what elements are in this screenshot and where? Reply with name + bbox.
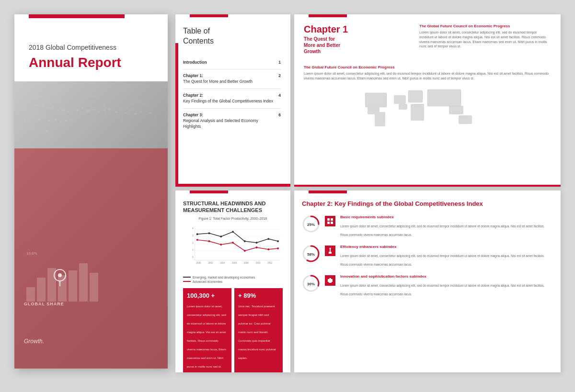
svg-rect-33 — [65, 120, 67, 122]
svg-rect-15 — [86, 110, 90, 112]
subindex-text-3: Innovation and sophistication factors su… — [340, 274, 553, 297]
chapter1-right-text: Lorem ipsum dolor sit amet, consectetur … — [419, 30, 551, 49]
svg-point-95 — [267, 248, 269, 250]
svg-rect-115 — [329, 278, 331, 279]
svg-rect-10 — [62, 109, 65, 111]
svg-rect-27 — [149, 112, 151, 113]
svg-rect-24 — [134, 113, 137, 115]
stat-box-2: + 89% Urna nec. Tincidunt praesent sempe… — [234, 288, 283, 372]
chapter2-content: Chapter 2: Key Findings of the Global Co… — [294, 190, 561, 314]
svg-rect-59 — [399, 104, 407, 110]
stats-row: 100,300 + Lorem ipsum dolor sit amet, co… — [183, 288, 283, 372]
chapter1-section2-title: The Global Future Council on Economic Pr… — [304, 65, 551, 69]
svg-rect-13 — [77, 109, 79, 111]
chapter1-panel: Chapter 1 The Quest for More and Better … — [294, 14, 561, 187]
svg-rect-53 — [408, 90, 423, 102]
svg-point-93 — [244, 250, 246, 252]
legend-item-advanced: Advanced economies — [183, 280, 283, 283]
svg-rect-18 — [103, 110, 105, 112]
svg-text:2012: 2012 — [267, 261, 272, 264]
svg-rect-6 — [42, 105, 44, 107]
subindex-item-1: 25% Basic requirements subindex — [302, 215, 553, 238]
stat2-number: + 89% — [238, 292, 279, 299]
toc-intro-num: 1 — [278, 60, 281, 65]
chapter2-panel: Chapter 2: Key Findings of the Global Co… — [294, 190, 561, 372]
svg-rect-39 — [26, 287, 35, 302]
progress-circle-2: 58% — [302, 245, 320, 263]
svg-text:2000: 2000 — [196, 261, 201, 264]
toc-top-bar — [190, 14, 228, 17]
svg-point-90 — [208, 240, 210, 242]
toc-title: Table ofContents — [183, 26, 281, 46]
cover-global-share-label: GLOBAL SHARE — [24, 302, 64, 306]
subindex-icon-2 — [325, 246, 335, 256]
svg-point-82 — [208, 232, 210, 234]
svg-rect-26 — [144, 114, 145, 115]
svg-text:2006: 2006 — [232, 261, 237, 264]
toc-ch2-num: 4 — [278, 93, 281, 98]
toc-ch2-title: Chapter 2: — [183, 93, 275, 99]
svg-rect-7 — [48, 108, 50, 109]
toc-header: Table ofContents — [175, 14, 290, 54]
subindex-icon-3 — [325, 275, 335, 286]
innovation-icon — [327, 277, 334, 284]
toc-bottom-bar — [175, 184, 290, 187]
cover-location-icon — [53, 268, 67, 287]
structural-panel: STRUCTURAL HEADWINDS AND MEASUREMENT CHA… — [175, 190, 290, 372]
chapter1-world-map — [304, 86, 551, 134]
svg-rect-45 — [90, 273, 98, 302]
svg-rect-20 — [115, 111, 118, 113]
right-bottom-row: STRUCTURAL HEADWINDS AND MEASUREMENT CHA… — [175, 190, 561, 372]
subindex-desc-2: Lorem ipsum dolor sit amet, consectetur … — [340, 254, 544, 266]
toc-ch1-title: Chapter 1: — [183, 73, 275, 79]
chapter1-section2: The Global Future Council on Economic Pr… — [304, 65, 551, 81]
svg-rect-17 — [98, 111, 100, 112]
toc-ch3-title: Chapter 3: — [183, 112, 275, 118]
cover-main-title: Annual Report — [29, 55, 158, 71]
chapter1-bottom-bar — [294, 185, 561, 187]
toc-item-ch2: Chapter 2: Key Findings of the Global Co… — [183, 89, 281, 108]
chapter1-right-title: The Global Future Council on Economic Pr… — [419, 24, 551, 28]
svg-rect-103 — [331, 222, 333, 224]
svg-point-84 — [232, 231, 234, 233]
cover-panel: 2018 Global Competitiveness Annual Repor… — [14, 14, 168, 369]
svg-point-0 — [24, 96, 62, 134]
svg-point-92 — [232, 242, 234, 244]
productivity-chart: 4 3 2 1 0 2000 2002 2004 2006 2008 2010 … — [183, 222, 283, 270]
toc-item-ch1: Chapter 1: The Quest for More and Better… — [183, 69, 281, 89]
structural-title: STRUCTURAL HEADWINDS AND MEASUREMENT CHA… — [183, 200, 283, 214]
stat2-text: Urna nec. Tincidunt praesent semper feug… — [238, 305, 276, 359]
cover-title-area: 2018 Global Competitiveness Annual Repor… — [29, 43, 158, 70]
svg-text:2002: 2002 — [208, 261, 213, 264]
svg-rect-44 — [79, 263, 88, 302]
subindex-item-2: 58% Efficiency enhancers subindex Lorem — [302, 245, 553, 268]
svg-rect-34 — [69, 119, 71, 120]
legend-item-emerging: Emerging, market and developing economie… — [183, 276, 283, 279]
svg-rect-37 — [41, 128, 42, 130]
svg-text:25%: 25% — [307, 223, 315, 227]
svg-rect-55 — [427, 90, 461, 106]
svg-text:58%: 58% — [307, 252, 315, 257]
svg-rect-5 — [39, 106, 41, 108]
svg-point-85 — [244, 240, 246, 242]
svg-rect-32 — [60, 121, 61, 122]
svg-point-86 — [256, 242, 258, 244]
svg-rect-21 — [120, 109, 121, 111]
chapter1-top-bar — [309, 14, 347, 17]
svg-rect-54 — [411, 104, 424, 121]
chart-label: Figure 1: Total Factor Productivity, 200… — [183, 217, 283, 220]
legend-label-advanced: Advanced economies — [193, 280, 222, 283]
svg-text:0: 0 — [192, 256, 194, 258]
toc-vertical-bar — [175, 43, 178, 184]
svg-rect-108 — [329, 252, 332, 254]
subindex-desc-1: Lorem ipsum dolor sit amet, consectetur … — [340, 224, 544, 236]
efficiency-icon — [327, 247, 334, 254]
subindex-name-1: Basic requirements subindex — [340, 215, 553, 219]
stat1-number: 100,300 + — [187, 292, 228, 299]
subindex-name-2: Efficiency enhancers subindex — [340, 245, 553, 249]
svg-rect-52 — [375, 112, 385, 126]
svg-rect-40 — [37, 278, 46, 302]
svg-point-48 — [58, 273, 62, 277]
svg-point-91 — [220, 244, 222, 246]
svg-rect-12 — [72, 108, 73, 110]
